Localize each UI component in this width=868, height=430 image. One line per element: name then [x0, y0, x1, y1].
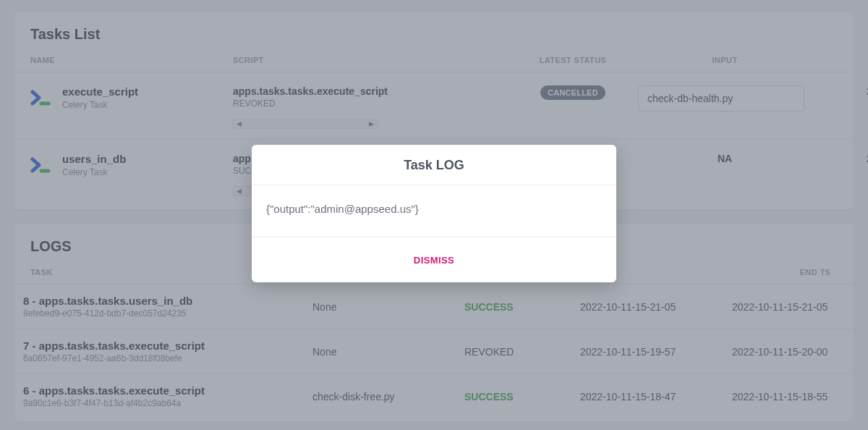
modal-title: Task LOG [252, 145, 616, 185]
dismiss-button[interactable]: DISMISS [414, 255, 454, 266]
modal-body: {"output":"admin@appseed.us"} [252, 185, 616, 237]
modal-overlay[interactable]: Task LOG {"output":"admin@appseed.us"} D… [0, 0, 868, 430]
task-log-modal: Task LOG {"output":"admin@appseed.us"} D… [252, 145, 616, 282]
